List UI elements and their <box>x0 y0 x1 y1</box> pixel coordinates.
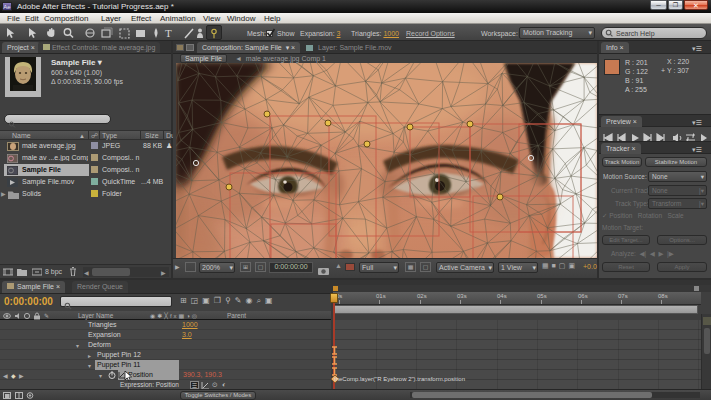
svg-text:T: T <box>165 27 172 39</box>
